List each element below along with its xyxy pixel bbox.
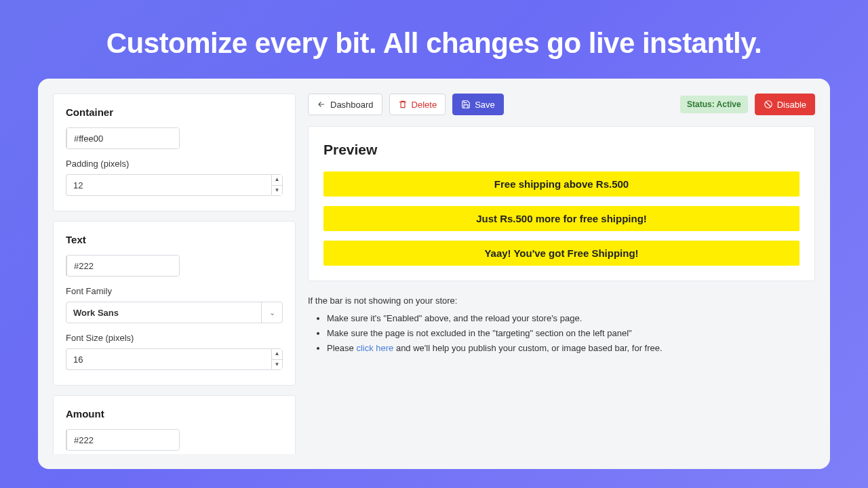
amount-color-input[interactable]: [67, 430, 180, 450]
font-size-input[interactable]: [66, 348, 271, 370]
padding-up[interactable]: ▲: [272, 175, 282, 186]
trash-icon: [398, 100, 408, 109]
font-family-label: Font Family: [66, 286, 283, 296]
amount-color-field[interactable]: [66, 429, 180, 451]
panel-text-title: Text: [66, 234, 283, 245]
save-icon: [461, 100, 471, 109]
status-badge: Status: Active: [680, 96, 748, 113]
settings-sidebar: Container Padding (pixels) ▲ ▼ Text: [53, 94, 296, 454]
panel-text: Text Font Family ⌄ Font Size (pixels) ▲ …: [53, 221, 296, 386]
help-link[interactable]: click here: [356, 343, 393, 353]
help-item: Make sure it's "Enabled" above, and the …: [327, 311, 815, 326]
panel-container-title: Container: [66, 106, 283, 118]
delete-button[interactable]: Delete: [389, 94, 446, 115]
help-block: If the bar is not showing on your store:…: [308, 293, 815, 356]
dashboard-button[interactable]: Dashboard: [308, 94, 382, 115]
font-size-down[interactable]: ▼: [272, 360, 282, 370]
help-intro: If the bar is not showing on your store:: [308, 293, 815, 308]
page-heading: Customize every bit. All changes go live…: [0, 0, 868, 60]
font-family-select-wrap: ⌄: [66, 302, 283, 323]
toolbar: Dashboard Delete Save Status: Active Dis…: [308, 94, 815, 115]
padding-down[interactable]: ▼: [272, 186, 282, 196]
text-color-input[interactable]: [67, 256, 180, 276]
font-size-stepper[interactable]: ▲ ▼: [66, 348, 283, 370]
preview-bar: Yaay! You've got Free Shipping!: [323, 241, 800, 266]
disable-icon: [764, 100, 773, 109]
container-color-input[interactable]: [67, 128, 180, 148]
disable-label: Disable: [777, 100, 806, 110]
dashboard-label: Dashboard: [330, 100, 374, 110]
disable-button[interactable]: Disable: [755, 94, 815, 115]
preview-bar: Just Rs.500 more for free shipping!: [323, 206, 800, 231]
help-item: Make sure the page is not excluded in th…: [327, 326, 815, 341]
container-color-field[interactable]: [66, 127, 180, 149]
font-size-label: Font Size (pixels): [66, 333, 283, 343]
save-label: Save: [475, 100, 495, 110]
app-card: Container Padding (pixels) ▲ ▼ Text: [38, 79, 830, 469]
text-color-field[interactable]: [66, 255, 180, 277]
arrow-left-icon: [317, 100, 326, 109]
font-size-spinner: ▲ ▼: [271, 348, 283, 370]
padding-label: Padding (pixels): [66, 159, 283, 169]
delete-label: Delete: [412, 100, 437, 110]
help-item: Please click here and we'll help you pub…: [327, 341, 815, 356]
panel-amount-title: Amount: [66, 408, 283, 420]
save-button[interactable]: Save: [452, 94, 504, 115]
preview-title: Preview: [323, 142, 800, 158]
preview-bar: Free shipping above Rs.500: [323, 171, 800, 197]
preview-card: Preview Free shipping above Rs.500 Just …: [308, 126, 815, 281]
panel-container: Container Padding (pixels) ▲ ▼: [53, 94, 296, 211]
font-size-up[interactable]: ▲: [272, 349, 282, 360]
panel-amount: Amount Free shipping target amount: [53, 395, 296, 454]
padding-spinner: ▲ ▼: [271, 174, 283, 196]
padding-stepper[interactable]: ▲ ▼: [66, 174, 283, 196]
padding-input[interactable]: [66, 174, 271, 196]
main-area: Dashboard Delete Save Status: Active Dis…: [308, 94, 815, 454]
font-family-select[interactable]: [66, 302, 283, 323]
